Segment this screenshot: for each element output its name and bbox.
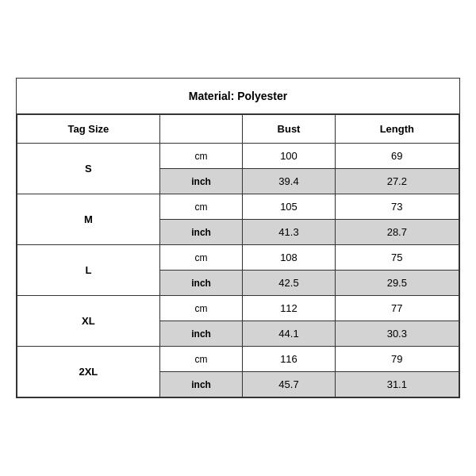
length-cm: 69 (335, 144, 459, 169)
header-length: Length (335, 115, 459, 144)
unit-inch: inch (159, 169, 243, 194)
table-row: 2XLcm11679 (17, 347, 459, 372)
table-row: Mcm10573 (17, 194, 459, 220)
unit-cm: cm (159, 347, 243, 372)
bust-cm: 100 (243, 144, 335, 169)
size-table: Tag Size Bust Length Scm10069inch39.427.… (17, 114, 459, 397)
length-cm: 75 (335, 245, 459, 271)
size-label: L (17, 245, 160, 296)
unit-cm: cm (159, 296, 243, 321)
bust-inch: 41.3 (243, 220, 335, 245)
table-header-row: Tag Size Bust Length (17, 115, 459, 144)
unit-inch: inch (159, 321, 243, 347)
size-label: XL (17, 296, 160, 347)
length-cm: 79 (335, 347, 459, 372)
table-row: XLcm11277 (17, 296, 459, 321)
bust-inch: 44.1 (243, 321, 335, 347)
length-inch: 31.1 (335, 372, 459, 397)
unit-cm: cm (159, 245, 243, 271)
length-inch: 28.7 (335, 220, 459, 245)
table-row: Lcm10875 (17, 245, 459, 271)
size-label: S (17, 144, 160, 194)
bust-inch: 39.4 (243, 169, 335, 194)
bust-cm: 112 (243, 296, 335, 321)
size-chart-container: Material: Polyester Tag Size Bust Length… (16, 78, 460, 398)
header-tag-size: Tag Size (17, 115, 160, 144)
bust-inch: 42.5 (243, 271, 335, 296)
unit-inch: inch (159, 271, 243, 296)
length-inch: 30.3 (335, 321, 459, 347)
size-label: 2XL (17, 347, 160, 397)
unit-cm: cm (159, 144, 243, 169)
table-row: Scm10069 (17, 144, 459, 169)
size-label: M (17, 194, 160, 245)
bust-cm: 116 (243, 347, 335, 372)
header-unit-col (159, 115, 243, 144)
unit-cm: cm (159, 194, 243, 220)
length-inch: 27.2 (335, 169, 459, 194)
bust-inch: 45.7 (243, 372, 335, 397)
chart-title: Material: Polyester (17, 79, 459, 114)
length-cm: 77 (335, 296, 459, 321)
header-bust: Bust (243, 115, 335, 144)
unit-inch: inch (159, 220, 243, 245)
unit-inch: inch (159, 372, 243, 397)
length-cm: 73 (335, 194, 459, 220)
bust-cm: 105 (243, 194, 335, 220)
length-inch: 29.5 (335, 271, 459, 296)
bust-cm: 108 (243, 245, 335, 271)
